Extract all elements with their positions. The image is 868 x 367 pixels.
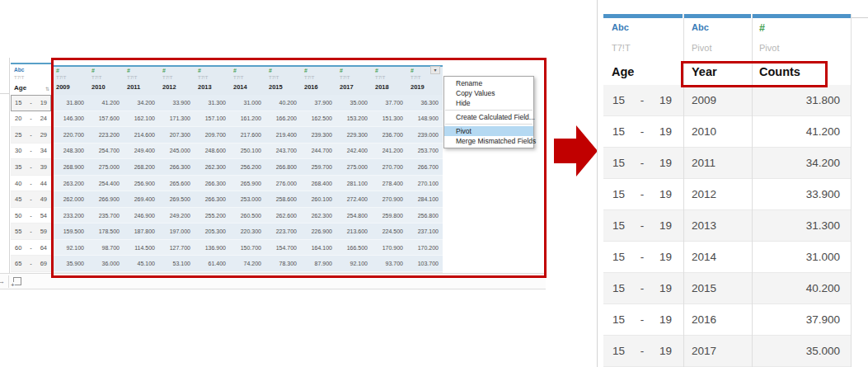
age-cell[interactable]: 15-19 (603, 282, 683, 294)
value-cell[interactable]: 220.300 (230, 223, 265, 239)
value-cell[interactable]: 281.100 (336, 176, 372, 191)
age-cell[interactable]: 30-34 (11, 144, 51, 160)
value-cell[interactable]: 243.700 (265, 144, 301, 159)
age-column-header[interactable]: Abc T7!T Age ⇅ (11, 63, 51, 95)
value-cell[interactable]: 31.300 (195, 95, 230, 111)
counts-cell[interactable]: 33.900 (752, 188, 851, 200)
value-cell[interactable]: 92.100 (336, 256, 372, 271)
value-cell[interactable]: 254.700 (88, 144, 124, 159)
value-cell[interactable]: 148.900 (407, 111, 443, 127)
value-cell[interactable]: 171.300 (159, 111, 195, 127)
value-cell[interactable]: 254.400 (88, 176, 124, 191)
year-cell[interactable]: 2014 (683, 251, 752, 263)
value-cell[interactable]: 254.800 (336, 208, 372, 223)
year-cell[interactable]: 2012 (683, 188, 752, 200)
year-column-header-2012[interactable]: #T7!T2012 (159, 65, 195, 95)
value-cell[interactable]: 162.500 (301, 111, 336, 127)
year-cell[interactable]: 2015 (683, 282, 752, 294)
age-cell[interactable]: 15-19 (603, 219, 683, 232)
value-cell[interactable]: 224.500 (372, 223, 407, 239)
value-cell[interactable]: 37.700 (372, 95, 407, 111)
year-column-header-2009[interactable]: #T7!T2009 (53, 65, 88, 95)
value-cell[interactable]: 253.700 (407, 144, 443, 159)
value-cell[interactable]: 219.400 (265, 127, 301, 143)
age-cell[interactable]: 20-24 (11, 111, 51, 128)
value-cell[interactable]: 92.100 (53, 240, 88, 256)
counts-cell[interactable]: 34.200 (752, 157, 851, 169)
value-cell[interactable]: 33.900 (159, 95, 195, 111)
value-cell[interactable]: 248.300 (53, 144, 88, 159)
value-cell[interactable]: 214.600 (124, 127, 159, 143)
value-cell[interactable]: 266.900 (88, 191, 124, 207)
menu-item-rename[interactable]: Rename (444, 78, 533, 88)
value-cell[interactable]: 87.900 (301, 256, 336, 271)
age-cell[interactable]: 15-19 (11, 95, 51, 111)
age-cell[interactable]: 15-19 (603, 157, 683, 169)
value-cell[interactable]: 35.000 (336, 95, 372, 111)
value-cell[interactable]: 41.200 (88, 95, 124, 111)
value-cell[interactable]: 213.600 (336, 223, 372, 239)
year-cell[interactable]: 2011 (683, 157, 752, 169)
menu-item-merge-mismatched-fields[interactable]: Merge Mismatched Fields (444, 136, 533, 146)
value-cell[interactable]: 151.300 (372, 111, 407, 127)
value-cell[interactable]: 275.000 (336, 159, 372, 175)
value-cell[interactable]: 36.000 (88, 256, 124, 271)
value-cell[interactable]: 266.300 (195, 191, 230, 207)
value-cell[interactable]: 220.700 (53, 127, 88, 143)
year-column-header-2016[interactable]: #T7!T2016 (301, 65, 336, 95)
value-cell[interactable]: 170.900 (372, 240, 407, 256)
value-cell[interactable]: 265.600 (159, 176, 195, 191)
menu-item-pivot[interactable]: Pivot (444, 126, 533, 136)
value-cell[interactable]: 259.700 (301, 159, 336, 175)
value-cell[interactable]: 256.200 (230, 159, 265, 175)
value-cell[interactable]: 269.400 (124, 191, 159, 207)
counts-column-label[interactable]: Counts (759, 65, 800, 78)
value-cell[interactable]: 178.500 (88, 223, 124, 239)
value-cell[interactable]: 197.000 (159, 223, 195, 239)
value-cell[interactable]: 31.000 (230, 95, 265, 111)
value-cell[interactable]: 209.700 (195, 127, 230, 143)
value-cell[interactable]: 37.900 (301, 95, 336, 111)
year-column-header-2013[interactable]: #T7!T2013 (195, 65, 230, 95)
value-cell[interactable]: 170.200 (407, 240, 443, 256)
value-cell[interactable]: 237.100 (407, 223, 443, 239)
menu-item-copy-values[interactable]: Copy Values (444, 88, 533, 98)
value-cell[interactable]: 36.300 (407, 95, 443, 111)
value-cell[interactable]: 205.300 (195, 223, 230, 239)
value-cell[interactable]: 250.100 (230, 144, 265, 159)
value-cell[interactable]: 150.700 (230, 240, 265, 256)
value-cell[interactable]: 235.700 (88, 208, 124, 223)
year-column-header-2010[interactable]: #T7!T2010 (88, 65, 124, 95)
counts-cell[interactable]: 31.300 (752, 219, 851, 232)
value-cell[interactable]: 268.200 (124, 159, 159, 175)
age-cell[interactable]: 55-59 (11, 223, 51, 240)
value-cell[interactable]: 244.700 (301, 144, 336, 159)
value-cell[interactable]: 114.500 (124, 240, 159, 256)
value-cell[interactable]: 207.300 (159, 127, 195, 143)
year-cell[interactable]: 2017 (683, 345, 752, 357)
value-cell[interactable]: 146.300 (53, 111, 88, 127)
age-cell[interactable]: 65-69 (11, 256, 51, 272)
value-cell[interactable]: 255.200 (195, 208, 230, 223)
value-cell[interactable]: 253.000 (230, 191, 265, 207)
value-cell[interactable]: 166.500 (336, 240, 372, 256)
value-cell[interactable]: 239.000 (407, 127, 443, 143)
sort-icon[interactable]: ⇅ (45, 86, 49, 92)
age-cell[interactable]: 50-54 (11, 208, 51, 224)
value-cell[interactable]: 226.900 (301, 223, 336, 239)
value-cell[interactable]: 268.900 (53, 159, 88, 175)
toolbar-arrow-icon[interactable]: → (0, 277, 5, 285)
value-cell[interactable]: 98.700 (88, 240, 124, 256)
age-cell[interactable]: 60-64 (11, 240, 51, 256)
counts-cell[interactable]: 37.900 (752, 313, 851, 326)
value-cell[interactable]: 266.700 (407, 159, 443, 175)
value-cell[interactable]: 157.600 (88, 111, 124, 127)
value-cell[interactable]: 284.100 (407, 191, 443, 207)
value-cell[interactable]: 262.300 (301, 208, 336, 223)
value-cell[interactable]: 270.700 (372, 159, 407, 175)
value-cell[interactable]: 262.300 (195, 159, 230, 175)
value-cell[interactable]: 270.900 (372, 191, 407, 207)
year-column-header-2011[interactable]: #T7!T2011 (124, 65, 159, 95)
value-cell[interactable]: 260.100 (301, 191, 336, 207)
value-cell[interactable]: 154.700 (265, 240, 301, 256)
